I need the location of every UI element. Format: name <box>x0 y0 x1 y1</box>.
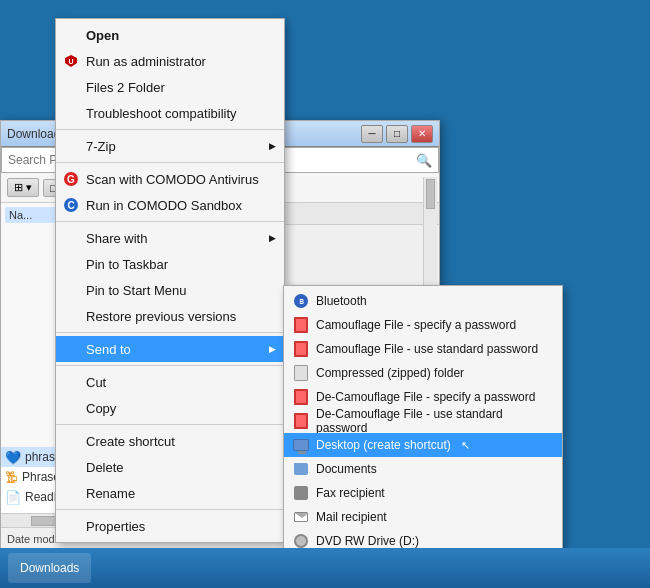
compress-icon <box>292 364 310 382</box>
sendto-label: Mail recipient <box>316 510 387 524</box>
context-menu-files2folder[interactable]: Files 2 Folder <box>56 74 284 100</box>
search-icon: 🔍 <box>416 153 432 168</box>
sendto-dvd[interactable]: DVD RW Drive (D:) <box>284 529 562 548</box>
context-menu-7zip[interactable]: 7-Zip <box>56 133 284 159</box>
sendto-bluetooth[interactable]: ʙ Bluetooth <box>284 289 562 313</box>
documents-icon <box>292 460 310 478</box>
sendto-documents[interactable]: Documents <box>284 457 562 481</box>
exe-file-icon: 💙 <box>5 450 21 465</box>
sendto-label: Documents <box>316 462 377 476</box>
taskbar-item-downloads[interactable]: Downloads <box>8 553 91 583</box>
scrollbar-thumb[interactable] <box>426 203 435 209</box>
minimize-button[interactable]: ─ <box>361 125 383 143</box>
context-menu-rename[interactable]: Rename <box>56 480 284 506</box>
separator <box>56 221 284 222</box>
context-menu-run-admin[interactable]: U Run as administrator <box>56 48 284 74</box>
sendto-label: Desktop (create shortcut) <box>316 438 451 452</box>
sendto-label: De-Camouflage File - specify a password <box>316 390 535 404</box>
decamouflage1-icon <box>292 388 310 406</box>
window-controls: ─ □ ✕ <box>361 125 433 143</box>
decamouflage2-icon <box>292 412 310 430</box>
sendto-camouflage1[interactable]: Camouflage File - specify a password <box>284 313 562 337</box>
separator <box>56 129 284 130</box>
context-menu-pin-taskbar[interactable]: Pin to Taskbar <box>56 251 284 277</box>
sendto-label: DVD RW Drive (D:) <box>316 534 419 548</box>
sendto-label: Fax recipient <box>316 486 385 500</box>
sendto-label: Camouflage File - specify a password <box>316 318 516 332</box>
sendto-compressed[interactable]: Compressed (zipped) folder <box>284 361 562 385</box>
desktop: Downloads ─ □ ✕ 🔍 ⊞ ▾ □ ? Na... Date mod… <box>0 0 650 548</box>
view-options-button[interactable]: ⊞ ▾ <box>7 178 39 197</box>
cursor-indicator: ↖ <box>461 439 470 452</box>
context-menu-cut[interactable]: Cut <box>56 369 284 395</box>
bluetooth-icon: ʙ <box>292 292 310 310</box>
separator <box>56 509 284 510</box>
fax-icon <box>292 484 310 502</box>
context-menu-create-shortcut[interactable]: Create shortcut <box>56 428 284 454</box>
sendto-label: Compressed (zipped) folder <box>316 366 464 380</box>
context-menu-run-comodo[interactable]: C Run in COMODO Sandbox <box>56 192 284 218</box>
zip-file-icon: 🗜 <box>5 470 18 485</box>
svg-text:U: U <box>68 58 73 65</box>
sendto-desktop[interactable]: Desktop (create shortcut) ↖ <box>284 433 562 457</box>
comodo-g-icon: G <box>62 170 80 188</box>
context-menu-send-to[interactable]: Send to <box>56 336 284 362</box>
shield-icon: U <box>62 52 80 70</box>
sendto-label: Camouflage File - use standard password <box>316 342 538 356</box>
context-menu-open[interactable]: Open <box>56 22 284 48</box>
separator <box>56 332 284 333</box>
maximize-button[interactable]: □ <box>386 125 408 143</box>
camouflage2-icon <box>292 340 310 358</box>
context-menu: Open U Run as administrator Files 2 Fold… <box>55 18 285 543</box>
context-menu-pin-start[interactable]: Pin to Start Menu <box>56 277 284 303</box>
context-menu-scan-comodo[interactable]: G Scan with COMODO Antivirus <box>56 166 284 192</box>
close-button[interactable]: ✕ <box>411 125 433 143</box>
context-menu-troubleshoot[interactable]: Troubleshoot compatibility <box>56 100 284 126</box>
sendto-label: Bluetooth <box>316 294 367 308</box>
txt-file-icon: 📄 <box>5 490 21 505</box>
comodo-b-icon: C <box>62 196 80 214</box>
sendto-decamouflage2[interactable]: De-Camouflage File - use standard passwo… <box>284 409 562 433</box>
context-menu-restore[interactable]: Restore previous versions <box>56 303 284 329</box>
context-menu-copy[interactable]: Copy <box>56 395 284 421</box>
sendto-fax[interactable]: Fax recipient <box>284 481 562 505</box>
context-menu-delete[interactable]: Delete <box>56 454 284 480</box>
context-menu-share-with[interactable]: Share with <box>56 225 284 251</box>
desktop-icon <box>292 436 310 454</box>
camouflage1-icon <box>292 316 310 334</box>
separator <box>56 162 284 163</box>
separator <box>56 365 284 366</box>
sendto-decamouflage1[interactable]: De-Camouflage File - specify a password <box>284 385 562 409</box>
sendto-mail[interactable]: Mail recipient <box>284 505 562 529</box>
sendto-camouflage2[interactable]: Camouflage File - use standard password <box>284 337 562 361</box>
taskbar: Downloads <box>0 548 650 588</box>
dvd-icon <box>292 532 310 548</box>
context-menu-properties[interactable]: Properties <box>56 513 284 539</box>
mail-icon <box>292 508 310 526</box>
sendto-label: De-Camouflage File - use standard passwo… <box>316 407 554 435</box>
sendto-submenu: ʙ Bluetooth Camouflage File - specify a … <box>283 285 563 548</box>
separator <box>56 424 284 425</box>
